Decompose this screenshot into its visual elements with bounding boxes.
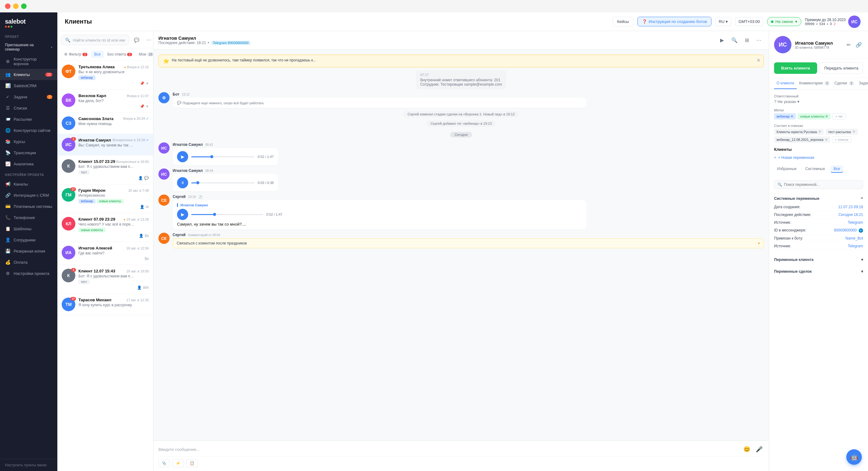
sidebar-label-templates: Шаблоны (13, 227, 52, 231)
remove-tag-webinar-button[interactable]: ✕ (790, 115, 793, 119)
chat-bot-button[interactable]: 🤖 (846, 449, 862, 465)
right-tab-tasks[interactable]: Задачи 4 (856, 78, 868, 89)
list-item[interactable]: ТМ 17 Тарасов Михаил 17 авг. в 12:35 Я х… (57, 294, 153, 315)
audio-progress-2[interactable] (191, 182, 254, 183)
emoji-button[interactable]: 😊 (742, 445, 751, 454)
transfer-client-button[interactable]: Передать клиента (819, 62, 863, 74)
sidebar-item-tasks[interactable]: ✓ Задачи 3 (0, 91, 57, 102)
audio2-time: 08:49 (205, 169, 213, 173)
link-client-button[interactable]: 🔗 (855, 41, 863, 49)
project-name[interactable]: Приглашение на семинар ▾ (0, 40, 57, 54)
comment-expand-icon[interactable]: ▾ (758, 241, 760, 245)
status-button[interactable]: На смене ▾ (767, 17, 801, 26)
templates-button[interactable]: 📋 (186, 459, 198, 467)
list-item[interactable]: ИА Игнатов Алексей 18 авг. в 12:56 Где в… (57, 242, 153, 265)
sidebar-item-site-builder[interactable]: 🌐 Конструктор сайтов (0, 125, 57, 136)
variable-search-input[interactable] (784, 182, 860, 187)
instruction-button[interactable]: ❓ Инструкция по созданию ботов (638, 17, 712, 26)
right-tab-deals[interactable]: Сделки 2 (832, 78, 857, 89)
message-input[interactable] (158, 447, 739, 452)
sidebar-item-crm-integration[interactable]: 🔗 Интеграция с CRM (0, 189, 57, 201)
sidebar-item-payments[interactable]: 💳 Платежные системы (0, 201, 57, 212)
filter-tab-mine[interactable]: Мои 28 (136, 51, 153, 58)
cases-button[interactable]: Кейсы (613, 17, 633, 26)
list-item[interactable]: К Клиент 15.07 23:29 Воскресенье в 18:00… (57, 155, 153, 184)
sidebar-item-crm[interactable]: 📊 SalebotCRM (0, 80, 57, 91)
quick-replies-button[interactable]: ⚡ (173, 459, 184, 467)
attach-button[interactable]: 📎 (158, 459, 170, 467)
sidebar-item-clients[interactable]: 👥 Клиенты 10 (0, 69, 57, 80)
sidebar-item-telephony[interactable]: 📞 Телефония (0, 212, 57, 223)
list-item[interactable]: ВК Веселов Карл Вчера в 11:07 Как дела, … (57, 90, 153, 113)
fwd-audio-progress[interactable] (191, 214, 263, 215)
sidebar-item-broadcasts[interactable]: 📨 Рассылки (0, 114, 57, 125)
sidebar-item-employees[interactable]: 👤 Сотрудники (0, 234, 57, 245)
filter-tab-all[interactable]: Все (91, 51, 104, 58)
lists-label: Состоит в списках (774, 124, 863, 127)
var-tab-system[interactable]: Системные (802, 166, 828, 173)
sidebar-item-lists[interactable]: ☰ Списки (0, 102, 57, 114)
remove-list-webinar-funnel-button[interactable]: ✕ (825, 138, 828, 142)
minimize-button[interactable] (13, 3, 19, 9)
list-item[interactable]: КЛ Клиент 07.09 23:29 ● 19 авг. в 13:28 … (57, 213, 153, 242)
filter-tab-no-answer[interactable]: Без ответа 2 (104, 51, 135, 58)
take-client-button[interactable]: Взять клиента (774, 62, 817, 74)
avatar: ВК (62, 93, 75, 107)
progress-fill-1 (191, 156, 210, 157)
layout-button[interactable]: ⊞ (742, 35, 751, 45)
sidebar-item-broadcasts-live[interactable]: 📡 Трансляции (0, 147, 57, 158)
maximize-button[interactable] (21, 3, 27, 9)
more-button[interactable]: ⋯ (754, 35, 764, 45)
collapse-icon[interactable]: ^ (861, 197, 863, 201)
close-button[interactable] (5, 3, 10, 9)
progress-dot-1 (210, 155, 213, 158)
sidebar-item-funnel-builder[interactable]: ⚙ Конструктор воронок (0, 54, 57, 69)
microphone-button[interactable]: 🎤 (754, 445, 764, 454)
user-avatar[interactable]: ИС (848, 16, 861, 28)
deal-variables-toggle[interactable]: Переменные сделок ▾ (774, 269, 863, 274)
remove-list-test-mailing-button[interactable]: ✕ (852, 130, 855, 134)
right-tab-about[interactable]: О клиенте (774, 78, 797, 89)
remove-tag-new-clients-button[interactable]: ✕ (825, 115, 828, 119)
avatar: ФТ (62, 64, 75, 78)
sidebar-item-backup[interactable]: 💾 Резервная копия (0, 245, 57, 257)
pause-audio2-button[interactable]: ⏸ (177, 177, 188, 188)
sidebar-item-billing[interactable]: 💰 Оплата (0, 257, 57, 268)
play-fwd-button[interactable]: ▶ (177, 209, 188, 220)
list-item[interactable]: ИС 2 Игнатов Самуил Воскресенье в 19:18 … (57, 134, 153, 155)
responsible-select[interactable]: ? Не указан ▾ (774, 99, 863, 104)
var-tab-all[interactable]: Все (831, 166, 843, 173)
play-audio1-button[interactable]: ▶ (177, 151, 188, 162)
search-input[interactable] (73, 38, 125, 42)
sidebar-item-project-settings[interactable]: ⚙ Настройки проекта (0, 268, 57, 279)
right-tab-comments[interactable]: Комментарии 3 (797, 78, 832, 89)
add-tag-button[interactable]: + тег (832, 113, 846, 119)
sidebar-item-channels[interactable]: 📢 Каналы (0, 178, 57, 189)
chat-icon-button[interactable]: 💬 (131, 36, 142, 44)
filter-tab-filter[interactable]: ⚙ Фильтр 2 (61, 51, 91, 58)
plus-icon: + (774, 155, 776, 160)
close-notification-button[interactable]: ✕ (756, 57, 761, 63)
client-variables-toggle[interactable]: Переменные клиента ▾ (774, 258, 863, 262)
sidebar-item-templates[interactable]: 📋 Шаблоны (0, 223, 57, 234)
sidebar-item-analytics[interactable]: 📈 Аналитика (0, 158, 57, 169)
language-selector[interactable]: RU ▾ (715, 17, 731, 26)
play-button[interactable]: ▶ (718, 35, 726, 45)
add-list-button[interactable]: + список (832, 137, 851, 143)
add-variable-button[interactable]: + + Новая переменная (774, 154, 863, 161)
list-item[interactable]: СЗ Самсонова Злата Вчера в 20:34 ✓ Мне н… (57, 113, 153, 134)
audio-progress-1[interactable] (191, 156, 254, 157)
var-name-source1: Источник: (774, 220, 791, 225)
list-item[interactable]: ФТ Третьякова Алика ● Вчера в 12:16 Вы: … (57, 61, 153, 90)
setup-menu-link[interactable]: Настроить пункты меню (5, 463, 52, 467)
sidebar-item-courses[interactable]: 📚 Курсы (0, 136, 57, 147)
more-options-button[interactable]: ⋯ (144, 36, 153, 44)
remove-list-jurist-button[interactable]: ✕ (818, 130, 821, 134)
search-chat-button[interactable]: 🔍 (729, 35, 740, 45)
sidebar-label-tasks: Задачи (13, 95, 44, 99)
edit-client-button[interactable]: ✏ (845, 41, 852, 49)
list-item[interactable]: ГМ 17 Гущин Мирон 20 авг. в 7:48 Интерес… (57, 184, 153, 213)
list-item[interactable]: К 3 Клиент 12.07 15:43 18 авг. в 19:00 Б… (57, 265, 153, 294)
topbar-actions: Кейсы ❓ Инструкция по созданию ботов RU … (613, 16, 861, 28)
var-tab-favorites[interactable]: Избранные (774, 166, 800, 173)
